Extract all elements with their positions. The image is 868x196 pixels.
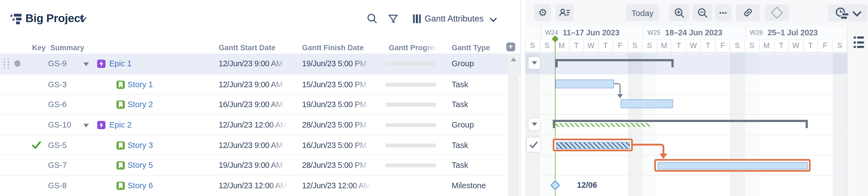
gantt-type: Task (452, 95, 468, 115)
epic-type-icon (97, 60, 105, 68)
gantt-type: Group (452, 115, 474, 135)
dependency-link-story1-story2 (614, 84, 620, 94)
table-row[interactable]: GS-7 Story 5 19/Jun/23 9:00 AM 28/Jun/23… (0, 155, 520, 175)
gantt-start-date: 16/Jun/23 9:00 AM (219, 95, 289, 115)
drag-handle-icon[interactable] (3, 58, 10, 69)
col-header-summary[interactable]: Summary (50, 42, 84, 54)
collapse-caret-icon[interactable] (83, 62, 89, 66)
gantt-type: Task (452, 135, 468, 155)
gantt-progress-bar (385, 123, 436, 127)
gantt-finish-date: 28/Jun/23 5:00 PM (302, 156, 373, 175)
add-column-button[interactable]: + (506, 42, 515, 51)
gantt-finish-date: 28/Jun/23 5:00 PM (302, 115, 373, 135)
structure-gantt-app: Big Project Gantt Attributes Key Summary… (0, 0, 868, 196)
gantt-attributes-button[interactable]: Gantt Attributes (425, 13, 484, 24)
gantt-type: Milestone (452, 175, 486, 196)
filter-icon[interactable] (388, 13, 399, 24)
gantt-progress-bar (385, 164, 436, 168)
issue-key: GS-5 (48, 135, 80, 155)
story-type-icon (117, 162, 125, 170)
gantt-progress-bar (385, 62, 436, 66)
gantt-finish-date: 19/Jun/23 5:00 PM (302, 54, 373, 74)
gantt-finish-date: 19/Jun/23 5:00 PM (302, 95, 373, 115)
gantt-start-date: 12/Jun/23 9:00 AM (219, 135, 289, 155)
gantt-start-date: 12/Jun/23 12:00 AM (219, 175, 289, 196)
resolved-check-icon (32, 141, 41, 149)
issue-summary-link[interactable]: Story 5 (128, 161, 153, 170)
issue-summary-link[interactable]: Epic 1 (109, 59, 132, 68)
gantt-attributes-chevron-icon[interactable] (490, 15, 497, 22)
project-title[interactable]: Big Project (25, 11, 84, 25)
issue-summary-link[interactable]: Story 6 (128, 181, 153, 190)
gantt-start-date: 12/Jun/23 9:00 AM (219, 54, 289, 74)
gantt-type: Task (452, 74, 468, 94)
story-type-icon (117, 141, 125, 149)
story-type-icon (117, 101, 125, 109)
search-icon[interactable] (367, 13, 378, 24)
issue-summary-link[interactable]: Story 1 (128, 80, 153, 89)
table-scrollbar[interactable] (508, 54, 519, 196)
issue-summary-link[interactable]: Story 3 (128, 140, 153, 149)
issue-key: GS-7 (48, 156, 80, 175)
table-row[interactable]: GS-3 Story 1 12/Jun/23 9:00 AM 15/Jun/23… (0, 74, 520, 94)
arrowhead-icon (617, 94, 623, 98)
issue-key: GS-3 (48, 74, 80, 94)
gantt-finish-date: 15/Jun/23 5:00 PM (302, 74, 373, 94)
status-dot-icon (14, 60, 21, 67)
table-row[interactable]: GS-5 Story 3 12/Jun/23 9:00 AM 16/Jun/23… (0, 134, 520, 155)
story-type-icon (117, 80, 125, 89)
issue-key: GS-9 (48, 54, 80, 74)
gantt-start-date: 12/Jun/23 12:00 AM (219, 115, 289, 135)
col-header-progress[interactable]: Gantt Progress (389, 42, 438, 54)
collapse-caret-icon[interactable] (83, 124, 89, 128)
issue-summary-link[interactable]: Story 2 (128, 100, 153, 109)
panel-divider[interactable] (520, 0, 521, 196)
gantt-finish-date: 16/Jun/23 5:00 PM (302, 135, 373, 155)
table-row[interactable]: GS-6 Story 2 16/Jun/23 9:00 AM 19/Jun/23… (0, 94, 520, 115)
issue-key: GS-6 (48, 95, 80, 115)
issue-summary-link[interactable]: Epic 2 (109, 120, 132, 129)
gantt-progress-bar (385, 103, 436, 107)
dependency-arrows (525, 0, 868, 196)
structure-logo-icon (10, 14, 23, 24)
story-type-icon (117, 182, 125, 190)
table-row[interactable]: GS-8 Story 6 12/Jun/23 12:00 AM 12/Jun/2… (0, 175, 520, 196)
epic-type-icon (97, 121, 105, 129)
gantt-start-date: 19/Jun/23 9:00 AM (219, 156, 289, 175)
scroll-up-arrow-icon[interactable] (511, 58, 516, 61)
col-header-type[interactable]: Gantt Type (452, 42, 490, 54)
col-header-start[interactable]: Gantt Start Date (219, 42, 276, 54)
gantt-progress-bar (385, 143, 436, 147)
table-row[interactable]: GS-9 Epic 1 12/Jun/23 9:00 AM 19/Jun/23 … (0, 54, 520, 74)
gantt-type: Task (452, 156, 468, 175)
table-row[interactable]: GS-10 Epic 2 12/Jun/23 12:00 AM 28/Jun/2… (0, 114, 520, 135)
gantt-chart-panel: ⚙ Today (525, 0, 868, 196)
col-header-key[interactable]: Key (32, 42, 46, 54)
gantt-type: Group (452, 54, 474, 74)
arrowhead-icon (659, 154, 667, 159)
columns-icon (413, 14, 421, 23)
gantt-start-date: 12/Jun/23 9:00 AM (219, 74, 289, 94)
gantt-progress-bar (385, 83, 436, 87)
col-header-finish[interactable]: Gantt Finish Date (302, 42, 364, 54)
issue-key: GS-8 (48, 175, 80, 196)
issue-key: GS-10 (48, 115, 80, 135)
gantt-finish-date: 12/Jun/23 12:00 AM (302, 175, 373, 196)
dependency-link-story3-story5 (633, 145, 663, 154)
